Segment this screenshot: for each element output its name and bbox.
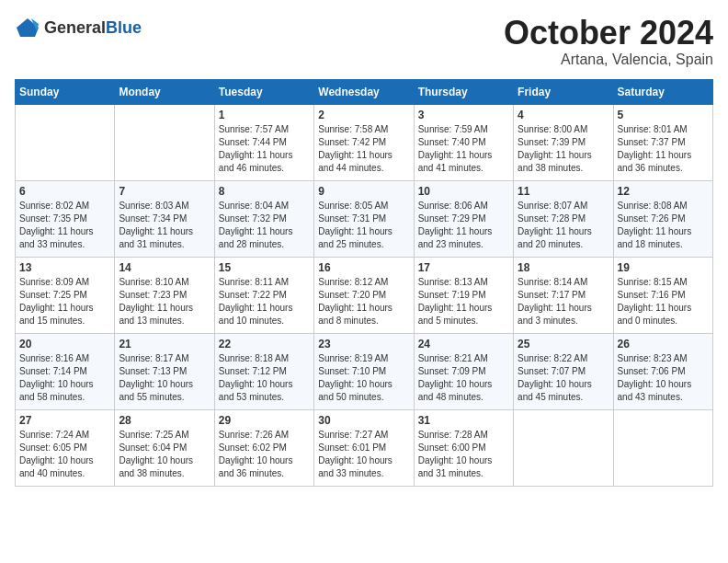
day-number: 6 xyxy=(19,185,110,198)
day-number: 16 xyxy=(318,261,409,274)
day-info: Sunrise: 8:00 AM Sunset: 7:39 PM Dayligh… xyxy=(518,123,609,175)
day-info: Sunrise: 8:14 AM Sunset: 7:17 PM Dayligh… xyxy=(518,276,609,327)
calendar-cell: 20Sunrise: 8:16 AM Sunset: 7:14 PM Dayli… xyxy=(16,333,115,409)
day-info: Sunrise: 8:04 AM Sunset: 7:32 PM Dayligh… xyxy=(219,200,310,251)
calendar-week-row: 13Sunrise: 8:09 AM Sunset: 7:25 PM Dayli… xyxy=(16,257,713,333)
calendar-cell: 13Sunrise: 8:09 AM Sunset: 7:25 PM Dayli… xyxy=(16,257,115,333)
generalblue-logo-icon xyxy=(15,15,40,40)
day-number: 22 xyxy=(219,338,310,350)
day-info: Sunrise: 8:05 AM Sunset: 7:31 PM Dayligh… xyxy=(318,200,409,251)
calendar-cell: 26Sunrise: 8:23 AM Sunset: 7:06 PM Dayli… xyxy=(613,333,712,409)
weekday-header-friday: Friday xyxy=(514,79,613,104)
day-number: 30 xyxy=(318,414,409,427)
calendar-cell: 31Sunrise: 7:28 AM Sunset: 6:00 PM Dayli… xyxy=(414,409,513,486)
calendar-cell: 22Sunrise: 8:18 AM Sunset: 7:12 PM Dayli… xyxy=(214,333,313,409)
calendar-cell: 10Sunrise: 8:06 AM Sunset: 7:29 PM Dayli… xyxy=(414,180,513,257)
calendar-cell: 9Sunrise: 8:05 AM Sunset: 7:31 PM Daylig… xyxy=(314,180,414,257)
day-number: 21 xyxy=(119,338,210,350)
day-number: 23 xyxy=(318,338,409,350)
day-info: Sunrise: 8:16 AM Sunset: 7:14 PM Dayligh… xyxy=(19,352,110,404)
calendar-table: SundayMondayTuesdayWednesdayThursdayFrid… xyxy=(15,79,713,487)
weekday-header-row: SundayMondayTuesdayWednesdayThursdayFrid… xyxy=(16,79,713,104)
calendar-week-row: 6Sunrise: 8:02 AM Sunset: 7:35 PM Daylig… xyxy=(16,180,713,257)
calendar-cell: 2Sunrise: 7:58 AM Sunset: 7:42 PM Daylig… xyxy=(314,104,414,180)
day-info: Sunrise: 8:06 AM Sunset: 7:29 PM Dayligh… xyxy=(418,200,509,251)
day-info: Sunrise: 8:18 AM Sunset: 7:12 PM Dayligh… xyxy=(219,352,310,404)
calendar-cell: 27Sunrise: 7:24 AM Sunset: 6:05 PM Dayli… xyxy=(16,409,115,486)
day-info: Sunrise: 8:07 AM Sunset: 7:28 PM Dayligh… xyxy=(518,200,609,251)
page-header: GeneralBlue October 2024 Artana, Valenci… xyxy=(15,15,713,68)
logo-general: General xyxy=(44,18,106,37)
day-info: Sunrise: 8:22 AM Sunset: 7:07 PM Dayligh… xyxy=(518,352,609,404)
day-number: 9 xyxy=(318,185,409,198)
day-info: Sunrise: 7:57 AM Sunset: 7:44 PM Dayligh… xyxy=(219,123,310,175)
calendar-cell: 16Sunrise: 8:12 AM Sunset: 7:20 PM Dayli… xyxy=(314,257,414,333)
logo: GeneralBlue xyxy=(15,15,142,40)
calendar-cell: 3Sunrise: 7:59 AM Sunset: 7:40 PM Daylig… xyxy=(414,104,513,180)
day-info: Sunrise: 7:25 AM Sunset: 6:04 PM Dayligh… xyxy=(119,429,210,480)
calendar-cell: 18Sunrise: 8:14 AM Sunset: 7:17 PM Dayli… xyxy=(514,257,613,333)
calendar-cell: 24Sunrise: 8:21 AM Sunset: 7:09 PM Dayli… xyxy=(414,333,513,409)
day-info: Sunrise: 7:58 AM Sunset: 7:42 PM Dayligh… xyxy=(318,123,409,175)
day-number: 8 xyxy=(219,185,310,198)
day-info: Sunrise: 7:27 AM Sunset: 6:01 PM Dayligh… xyxy=(318,429,409,480)
day-info: Sunrise: 8:08 AM Sunset: 7:26 PM Dayligh… xyxy=(618,200,709,251)
calendar-cell xyxy=(514,409,613,486)
weekday-header-thursday: Thursday xyxy=(414,79,513,104)
day-info: Sunrise: 7:26 AM Sunset: 6:02 PM Dayligh… xyxy=(219,429,310,480)
day-number: 4 xyxy=(518,109,609,121)
calendar-cell: 21Sunrise: 8:17 AM Sunset: 7:13 PM Dayli… xyxy=(115,333,214,409)
calendar-cell: 25Sunrise: 8:22 AM Sunset: 7:07 PM Dayli… xyxy=(514,333,613,409)
day-number: 5 xyxy=(618,109,709,121)
calendar-week-row: 27Sunrise: 7:24 AM Sunset: 6:05 PM Dayli… xyxy=(16,409,713,486)
day-number: 2 xyxy=(318,109,409,121)
day-number: 13 xyxy=(19,261,110,274)
calendar-cell: 28Sunrise: 7:25 AM Sunset: 6:04 PM Dayli… xyxy=(115,409,214,486)
calendar-cell: 29Sunrise: 7:26 AM Sunset: 6:02 PM Dayli… xyxy=(214,409,313,486)
day-info: Sunrise: 8:17 AM Sunset: 7:13 PM Dayligh… xyxy=(119,352,210,404)
day-info: Sunrise: 8:12 AM Sunset: 7:20 PM Dayligh… xyxy=(318,276,409,327)
calendar-cell: 11Sunrise: 8:07 AM Sunset: 7:28 PM Dayli… xyxy=(514,180,613,257)
calendar-cell: 17Sunrise: 8:13 AM Sunset: 7:19 PM Dayli… xyxy=(414,257,513,333)
day-info: Sunrise: 8:09 AM Sunset: 7:25 PM Dayligh… xyxy=(19,276,110,327)
day-number: 7 xyxy=(119,185,210,198)
day-info: Sunrise: 7:24 AM Sunset: 6:05 PM Dayligh… xyxy=(19,429,110,480)
day-info: Sunrise: 8:23 AM Sunset: 7:06 PM Dayligh… xyxy=(618,352,709,404)
day-info: Sunrise: 8:15 AM Sunset: 7:16 PM Dayligh… xyxy=(618,276,709,327)
calendar-week-row: 20Sunrise: 8:16 AM Sunset: 7:14 PM Dayli… xyxy=(16,333,713,409)
calendar-cell xyxy=(16,104,115,180)
calendar-cell: 6Sunrise: 8:02 AM Sunset: 7:35 PM Daylig… xyxy=(16,180,115,257)
weekday-header-wednesday: Wednesday xyxy=(314,79,414,104)
calendar-cell: 1Sunrise: 7:57 AM Sunset: 7:44 PM Daylig… xyxy=(214,104,313,180)
calendar-week-row: 1Sunrise: 7:57 AM Sunset: 7:44 PM Daylig… xyxy=(16,104,713,180)
day-info: Sunrise: 8:13 AM Sunset: 7:19 PM Dayligh… xyxy=(418,276,509,327)
day-info: Sunrise: 8:02 AM Sunset: 7:35 PM Dayligh… xyxy=(19,200,110,251)
calendar-cell: 12Sunrise: 8:08 AM Sunset: 7:26 PM Dayli… xyxy=(613,180,712,257)
day-number: 1 xyxy=(219,109,310,121)
weekday-header-monday: Monday xyxy=(115,79,214,104)
calendar-cell: 8Sunrise: 8:04 AM Sunset: 7:32 PM Daylig… xyxy=(214,180,313,257)
day-number: 20 xyxy=(19,338,110,350)
day-number: 17 xyxy=(418,261,509,274)
calendar-cell: 30Sunrise: 7:27 AM Sunset: 6:01 PM Dayli… xyxy=(314,409,414,486)
day-info: Sunrise: 8:21 AM Sunset: 7:09 PM Dayligh… xyxy=(418,352,509,404)
month-title: October 2024 xyxy=(504,15,713,52)
day-number: 28 xyxy=(119,414,210,427)
calendar-cell: 5Sunrise: 8:01 AM Sunset: 7:37 PM Daylig… xyxy=(613,104,712,180)
day-info: Sunrise: 8:11 AM Sunset: 7:22 PM Dayligh… xyxy=(219,276,310,327)
day-info: Sunrise: 7:28 AM Sunset: 6:00 PM Dayligh… xyxy=(418,429,509,480)
day-number: 18 xyxy=(518,261,609,274)
calendar-cell xyxy=(613,409,712,486)
day-number: 11 xyxy=(518,185,609,198)
calendar-cell: 23Sunrise: 8:19 AM Sunset: 7:10 PM Dayli… xyxy=(314,333,414,409)
logo-blue: Blue xyxy=(106,18,142,37)
day-number: 3 xyxy=(418,109,509,121)
day-info: Sunrise: 8:03 AM Sunset: 7:34 PM Dayligh… xyxy=(119,200,210,251)
day-number: 12 xyxy=(618,185,709,198)
day-info: Sunrise: 7:59 AM Sunset: 7:40 PM Dayligh… xyxy=(418,123,509,175)
day-info: Sunrise: 8:19 AM Sunset: 7:10 PM Dayligh… xyxy=(318,352,409,404)
day-number: 25 xyxy=(518,338,609,350)
logo-text: GeneralBlue xyxy=(44,18,142,38)
calendar-cell: 7Sunrise: 8:03 AM Sunset: 7:34 PM Daylig… xyxy=(115,180,214,257)
day-info: Sunrise: 8:01 AM Sunset: 7:37 PM Dayligh… xyxy=(618,123,709,175)
